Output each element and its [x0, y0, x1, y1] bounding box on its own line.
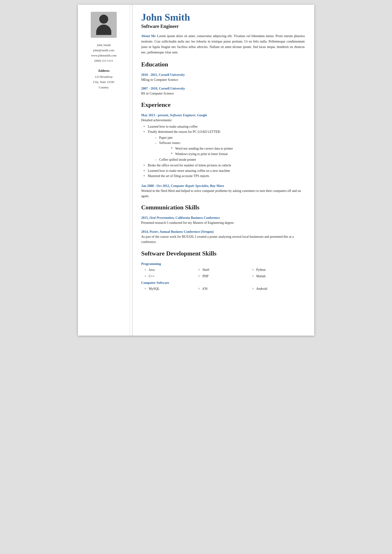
- experience-entry-1-header: May 2013 - present, Software Engineer, G…: [141, 113, 305, 117]
- dash-3: Coffee spilled inside printer: [155, 157, 305, 162]
- experience-section: Experience May 2013 - present, Software …: [141, 101, 305, 199]
- sidebar-address-line1: 123 Broadway: [93, 74, 114, 79]
- dash-2: Software issues: Word not sending the co…: [155, 140, 305, 157]
- sidebar-email: john@smith.com: [91, 48, 117, 53]
- communication-entry-1-header: 2015, Oral Presentation, California Busi…: [141, 216, 305, 220]
- experience-entry-2-body: Worked in the Nerd Herd and helped to so…: [141, 188, 305, 199]
- experience-bullets: Learned how to make amazing coffee Final…: [141, 124, 305, 179]
- education-title: Education: [141, 61, 305, 68]
- experience-entry-1: May 2013 - present, Software Engineer, G…: [141, 113, 305, 179]
- bullet-5: Mastered the art of filing accurate TPS …: [144, 174, 305, 179]
- skills-title: Software Development Skills: [141, 250, 305, 257]
- experience-entry-2: Jan 2008 - Oct 2012, Computer Repair Spe…: [141, 184, 305, 199]
- programming-skills-grid: Java Shell Python C++ PHP Matlab: [141, 267, 305, 279]
- full-name: John Smith: [141, 12, 305, 23]
- skill-cpp: C++: [144, 273, 197, 279]
- sidebar-phone: (000) 111-1111: [91, 58, 117, 63]
- divider-column: [130, 5, 134, 336]
- sidebar-address: 123 Broadway City, State 12345 Country: [93, 74, 114, 90]
- skill-mysql: MySQL: [144, 286, 197, 292]
- computer-software-label: Computer Software: [141, 281, 305, 285]
- sidebar-address-line2: City, State 12345: [93, 79, 114, 85]
- communication-section: Communication Skills 2015, Oral Presenta…: [141, 204, 305, 245]
- education-entry-1: 2010 - 2011, Cornell University MEng in …: [141, 73, 305, 83]
- skill-php: PHP: [197, 273, 251, 279]
- communication-entry-1: 2015, Oral Presentation, California Busi…: [141, 216, 305, 225]
- dash-1: Paper jam: [155, 135, 305, 140]
- communication-title: Communication Skills: [141, 204, 305, 211]
- sidebar-website: www.johnsmith.com: [91, 53, 117, 58]
- sidebar-address-line3: Country: [93, 85, 114, 90]
- bullet-2: Finally determined the reason for PC LOA…: [144, 129, 305, 162]
- star-list: Word not sending the correct data to pri…: [159, 146, 305, 157]
- avatar: [91, 12, 117, 38]
- dash-list: Paper jam Software issues: Word not send…: [148, 135, 305, 163]
- person-icon: [96, 15, 111, 35]
- bullet-1: Learned how to make amazing coffee: [144, 124, 305, 129]
- communication-entry-2: 2014, Poster, Annual Business Conference…: [141, 230, 305, 245]
- job-title: Software Engineer: [141, 24, 305, 29]
- programming-label: Programming: [141, 262, 305, 266]
- sidebar-contact-info: John Smith john@smith.com www.johnsmith.…: [91, 42, 117, 63]
- skill-python: Python: [251, 267, 305, 273]
- communication-entry-2-body: As part of the course work for BUS320, I…: [141, 234, 305, 245]
- education-entry-2: 2007 - 2010, Cornell University BS in Co…: [141, 87, 305, 96]
- skill-matlab: Matlab: [251, 273, 305, 279]
- education-entry-2-body: BS in Computer Science: [141, 91, 305, 96]
- skill-java: Java: [144, 267, 197, 273]
- education-entry-1-header: 2010 - 2011, Cornell University: [141, 73, 305, 77]
- education-entry-1-body: MEng in Computer Science: [141, 77, 305, 83]
- skill-shell: Shell: [197, 267, 251, 273]
- about-me-text: Lorem ipsum dolor sit amet, consectetur …: [141, 34, 305, 54]
- experience-entry-2-header: Jan 2008 - Oct 2012, Computer Repair Spe…: [141, 184, 305, 188]
- education-section: Education 2010 - 2011, Cornell Universit…: [141, 61, 305, 96]
- achievements-label: Detailed achievements:: [141, 118, 305, 123]
- experience-entry-1-body: Detailed achievements: Learned how to ma…: [141, 118, 305, 179]
- avatar-body: [96, 25, 111, 35]
- bullet-3: Broke the office record for number of ki…: [144, 163, 305, 168]
- experience-title: Experience: [141, 101, 305, 108]
- main-content: John Smith Software Engineer About MeLor…: [134, 5, 314, 336]
- avatar-head: [99, 15, 108, 24]
- communication-entry-1-body: Presented research I conducted for my Ma…: [141, 220, 305, 225]
- skill-ios: iOS: [197, 286, 251, 292]
- star-2: Windows trying to print in letter format: [171, 152, 305, 157]
- communication-entry-2-header: 2014, Poster, Annual Business Conference…: [141, 230, 305, 234]
- resume-page: John Smith john@smith.com www.johnsmith.…: [78, 5, 314, 336]
- skills-section: Software Development Skills Programming …: [141, 250, 305, 292]
- about-me-section: About MeLorem ipsum dolor sit amet, cons…: [141, 33, 305, 55]
- about-me-label: About Me: [141, 34, 156, 38]
- sidebar-name: John Smith: [91, 42, 117, 48]
- star-1: Word not sending the correct data to pri…: [171, 146, 305, 151]
- bullet-4: Learned how to make more amazing coffee …: [144, 168, 305, 174]
- computer-software-grid: MySQL iOS Android: [141, 286, 305, 292]
- sidebar: John Smith john@smith.com www.johnsmith.…: [78, 5, 130, 336]
- skill-android: Android: [251, 286, 305, 292]
- sidebar-address-label: Address: [98, 69, 110, 73]
- education-entry-2-header: 2007 - 2010, Cornell University: [141, 87, 305, 91]
